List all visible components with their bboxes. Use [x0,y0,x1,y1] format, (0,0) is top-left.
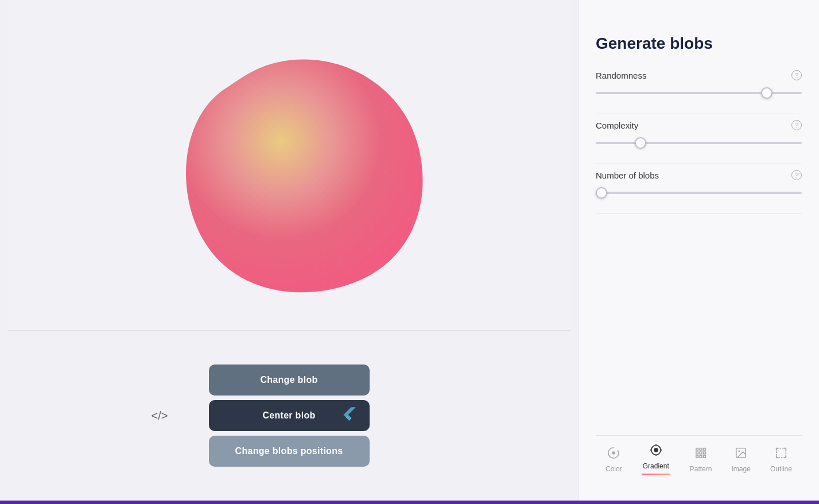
pattern-tab-label: Pattern [690,465,712,473]
divider-1 [596,114,802,114]
gradient-tab-icon [650,444,662,460]
panel-title: Generate blobs [596,34,802,53]
tab-outline[interactable]: Outline [766,444,797,475]
flutter-icon [342,406,358,425]
randomness-help-icon[interactable]: ? [791,70,802,80]
svg-point-3 [612,451,616,455]
number-of-blobs-label: Number of blobs [596,170,659,180]
image-tab-label: Image [732,465,751,473]
svg-rect-16 [696,455,698,458]
bottom-toolbar: </> Change blob Center blob Change blobs… [8,331,570,501]
color-tab-icon [607,447,620,463]
randomness-label: Randomness [596,71,646,80]
randomness-slider[interactable] [596,92,802,94]
change-blob-button[interactable]: Change blob [209,365,370,396]
blob-svg [146,17,433,304]
svg-rect-15 [704,452,706,454]
number-of-blobs-slider[interactable] [596,192,802,194]
number-of-blobs-label-row: Number of blobs ? [596,170,802,180]
tab-pattern[interactable]: Pattern [685,444,717,475]
svg-point-20 [739,450,740,452]
number-of-blobs-section: Number of blobs ? [596,170,802,196]
complexity-label: Complexity [596,121,638,130]
svg-rect-21 [777,448,786,458]
svg-rect-11 [700,448,702,450]
randomness-label-row: Randomness ? [596,70,802,80]
main-area: </> Change blob Center blob Change blobs… [0,0,819,501]
complexity-help-icon[interactable]: ? [791,120,802,130]
svg-rect-13 [696,452,698,454]
outline-tab-icon [775,447,787,463]
bottom-bar [0,501,819,504]
code-icon-button[interactable]: </> [152,409,168,422]
svg-rect-10 [696,448,698,450]
complexity-section: Complexity ? [596,120,802,146]
image-tab-icon [735,447,747,463]
flutter-icon-button[interactable] [342,406,358,425]
gradient-tab-underline [642,474,670,475]
svg-rect-18 [704,455,706,458]
right-panel: Generate blobs Randomness ? Complexity ? [578,0,819,501]
divider-3 [596,214,802,214]
complexity-slider[interactable] [596,142,802,144]
svg-rect-12 [704,448,706,450]
blob-display [8,0,570,331]
pattern-tab-icon [694,447,707,463]
tab-image[interactable]: Image [727,444,755,475]
number-of-blobs-help-icon[interactable]: ? [791,170,802,180]
svg-point-5 [654,448,658,452]
divider-2 [596,164,802,164]
tab-gradient[interactable]: Gradient [637,441,675,478]
complexity-label-row: Complexity ? [596,120,802,130]
code-icon: </> [152,409,168,422]
outline-tab-label: Outline [770,465,792,473]
gradient-tab-label: Gradient [643,462,669,470]
tab-bar: Color Gradient [596,435,802,483]
svg-rect-17 [700,455,702,458]
tab-color[interactable]: Color [601,444,627,475]
randomness-section: Randomness ? [596,70,802,96]
svg-rect-14 [700,452,702,454]
change-blobs-positions-button[interactable]: Change blobs positions [209,436,370,467]
color-tab-label: Color [605,465,622,473]
canvas-area: </> Change blob Center blob Change blobs… [0,0,578,501]
svg-marker-0 [343,407,356,417]
